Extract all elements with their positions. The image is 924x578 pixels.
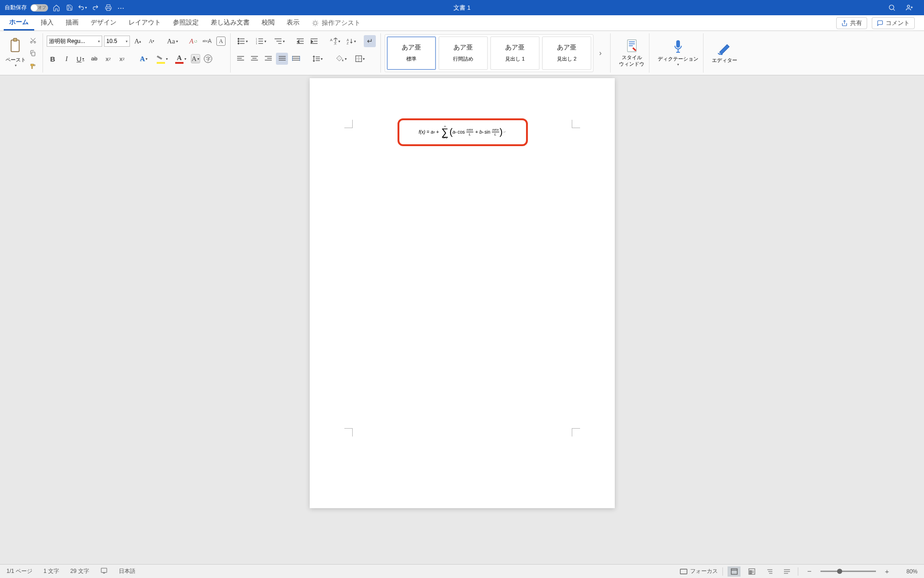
- decrease-indent-icon[interactable]: [294, 35, 306, 47]
- word-count-1[interactable]: 1 文字: [43, 567, 59, 575]
- redo-icon[interactable]: [91, 3, 100, 12]
- print-layout-view-icon[interactable]: [728, 566, 740, 577]
- increase-font-icon[interactable]: A▴: [132, 35, 144, 47]
- fourier-equation[interactable]: f(x) = a0 + ∞ ∑ n=1 ( an cos nπxL + bn s…: [419, 125, 507, 140]
- web-layout-view-icon[interactable]: [745, 566, 758, 577]
- cut-icon[interactable]: [28, 35, 38, 45]
- style-gallery: あア亜 標準 あア亜 行間詰め あア亜 見出し 1 あア亜 見出し 2: [385, 34, 594, 72]
- undo-icon[interactable]: ▾: [78, 3, 87, 12]
- align-center-icon[interactable]: [248, 53, 260, 65]
- font-color-icon[interactable]: A: [172, 53, 189, 65]
- ribbon-tabs: ホーム 挿入 描画 デザイン レイアウト 参照設定 差し込み文書 校閲 表示 操…: [0, 15, 924, 31]
- subscript-icon[interactable]: x2: [102, 53, 114, 65]
- save-icon[interactable]: [65, 3, 74, 12]
- zoom-slider[interactable]: [820, 571, 876, 572]
- styles-pane-button[interactable]: スタイル ウィンドウ: [614, 33, 649, 73]
- clear-format-icon[interactable]: A⭯: [187, 35, 199, 47]
- show-marks-icon[interactable]: ↵: [364, 35, 376, 47]
- margin-marker: [344, 120, 353, 128]
- share-icon[interactable]: [905, 3, 914, 12]
- underline-icon[interactable]: U: [74, 53, 86, 65]
- tell-me-assist[interactable]: 操作アシスト: [312, 19, 361, 27]
- svg-point-10: [238, 38, 239, 40]
- word-count-2[interactable]: 29 文字: [70, 567, 89, 575]
- bullet-list-icon[interactable]: [234, 35, 251, 47]
- svg-text:3: 3: [256, 42, 257, 44]
- autosave-toggle[interactable]: オフ: [31, 4, 48, 12]
- svg-point-14: [238, 43, 239, 44]
- align-left-icon[interactable]: [234, 53, 246, 65]
- print-icon[interactable]: [104, 3, 113, 12]
- number-list-icon[interactable]: 123: [253, 35, 269, 47]
- zoom-in-icon[interactable]: +: [881, 566, 893, 577]
- focus-mode-icon[interactable]: フォーカス: [680, 567, 718, 575]
- document-area[interactable]: f(x) = a0 + ∞ ∑ n=1 ( an cos nπxL + bn s…: [0, 75, 924, 564]
- tab-layout[interactable]: レイアウト: [123, 16, 166, 31]
- editor-button[interactable]: エディター: [707, 33, 742, 73]
- text-effects-icon[interactable]: A: [135, 53, 152, 65]
- increase-indent-icon[interactable]: [308, 35, 320, 47]
- shading-icon[interactable]: [333, 53, 350, 65]
- enclose-char-icon[interactable]: 字: [202, 53, 214, 65]
- share-button[interactable]: 共有: [836, 17, 867, 29]
- styles-pane-label: スタイル ウィンドウ: [619, 55, 644, 68]
- align-right-icon[interactable]: [262, 53, 274, 65]
- borders-icon[interactable]: [352, 53, 368, 65]
- style-normal[interactable]: あア亜 標準: [387, 37, 436, 70]
- comments-button[interactable]: コメント: [872, 17, 915, 29]
- highlight-icon[interactable]: [154, 53, 171, 65]
- home-icon[interactable]: [52, 3, 61, 12]
- tab-review[interactable]: 校閲: [256, 16, 280, 31]
- change-case-icon[interactable]: Aa: [164, 35, 181, 47]
- svg-point-3: [314, 21, 317, 25]
- tab-references[interactable]: 参照設定: [167, 16, 204, 31]
- font-name-select[interactable]: 游明朝 Regu...▾: [47, 36, 102, 47]
- zoom-percent[interactable]: 80%: [898, 568, 918, 575]
- style-heading1[interactable]: あア亜 見出し 1: [490, 37, 539, 70]
- style-heading2[interactable]: あア亜 見出し 2: [542, 37, 591, 70]
- distributed-align-icon[interactable]: [290, 53, 302, 65]
- italic-icon[interactable]: I: [61, 53, 73, 65]
- svg-rect-6: [13, 38, 17, 41]
- style-gallery-more-icon[interactable]: ›: [596, 49, 605, 57]
- strikethrough-icon[interactable]: ab: [88, 53, 100, 65]
- tab-insert[interactable]: 挿入: [35, 16, 59, 31]
- multilevel-list-icon[interactable]: [271, 35, 288, 47]
- tab-mailings[interactable]: 差し込み文書: [205, 16, 255, 31]
- search-icon[interactable]: [887, 3, 896, 12]
- line-spacing-icon[interactable]: [309, 53, 326, 65]
- page[interactable]: f(x) = a0 + ∞ ∑ n=1 ( an cos nπxL + bn s…: [310, 78, 615, 508]
- svg-point-1: [889, 5, 893, 10]
- copy-icon[interactable]: [28, 48, 38, 58]
- char-border-icon[interactable]: A: [216, 37, 226, 46]
- text-direction-icon[interactable]: A文: [327, 35, 343, 47]
- outline-view-icon[interactable]: [763, 566, 776, 577]
- language[interactable]: 日本語: [119, 567, 135, 575]
- spelling-icon[interactable]: [100, 567, 108, 576]
- ribbon: ペースト ▾ 游明朝 Regu...▾ 10.5▾ A▴ A▾ Aa A⭯ ab…: [0, 31, 924, 75]
- dictation-button[interactable]: ディクテーション ▾: [653, 33, 704, 73]
- bold-icon[interactable]: B: [47, 53, 59, 65]
- tab-design[interactable]: デザイン: [85, 16, 122, 31]
- format-painter-icon[interactable]: [28, 61, 38, 71]
- draft-view-icon[interactable]: [780, 566, 793, 577]
- paste-label: ペースト: [6, 56, 26, 63]
- sort-icon[interactable]: AZ: [345, 35, 357, 47]
- superscript-icon[interactable]: x2: [116, 53, 128, 65]
- phonetic-guide-icon[interactable]: abcA: [201, 35, 213, 47]
- tab-view[interactable]: 表示: [281, 16, 305, 31]
- svg-text:文: 文: [334, 42, 337, 45]
- tab-home[interactable]: ホーム: [4, 15, 34, 31]
- more-icon[interactable]: ⋯: [116, 3, 126, 12]
- paste-button[interactable]: [6, 35, 25, 56]
- tab-draw[interactable]: 描画: [60, 16, 84, 31]
- page-info[interactable]: 1/1 ページ: [6, 567, 32, 575]
- align-justify-icon[interactable]: [276, 53, 288, 65]
- zoom-out-icon[interactable]: −: [803, 566, 816, 577]
- equation-highlight[interactable]: f(x) = a0 + ∞ ∑ n=1 ( an cos nπxL + bn s…: [398, 118, 528, 146]
- margin-marker: [344, 428, 353, 437]
- char-shading-icon[interactable]: A: [191, 54, 200, 63]
- style-no-spacing[interactable]: あア亜 行間詰め: [439, 37, 488, 70]
- decrease-font-icon[interactable]: A▾: [146, 35, 158, 47]
- font-size-select[interactable]: 10.5▾: [104, 36, 130, 47]
